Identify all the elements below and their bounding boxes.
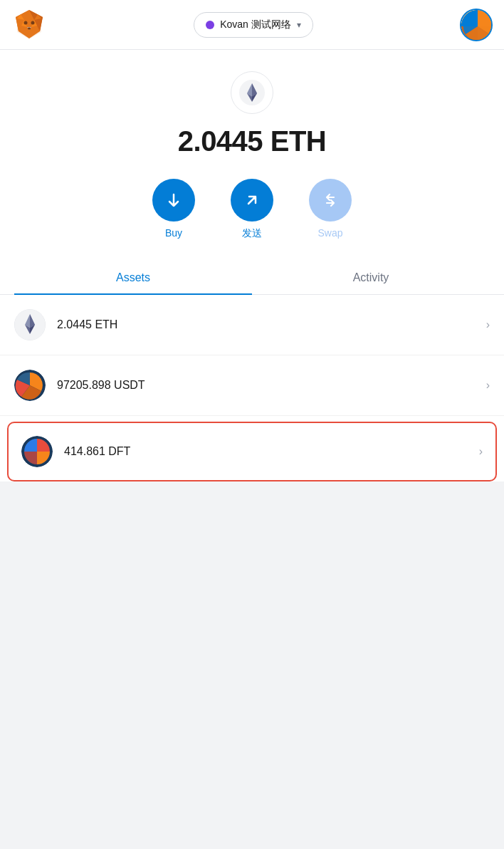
swap-button[interactable] <box>309 179 352 222</box>
network-name: Kovan 测试网络 <box>220 19 291 31</box>
metamask-logo <box>11 7 47 43</box>
asset-item-dft[interactable]: 414.861 DFT › <box>7 422 497 481</box>
svg-point-10 <box>31 21 35 24</box>
network-dot <box>206 21 214 29</box>
send-label: 发送 <box>242 227 262 240</box>
usdt-asset-info: 97205.898 USDT <box>57 379 486 392</box>
action-buttons: Buy 发送 Swap <box>14 179 490 240</box>
send-button[interactable] <box>231 179 273 222</box>
swap-button-wrapper[interactable]: Swap <box>309 179 352 240</box>
avatar-graphic <box>461 10 491 40</box>
tab-assets[interactable]: Assets <box>14 261 252 294</box>
tab-activity[interactable]: Activity <box>252 261 490 294</box>
chevron-right-icon: › <box>486 379 490 392</box>
usdt-asset-icon <box>14 370 46 401</box>
dft-asset-info: 414.861 DFT <box>64 445 479 458</box>
network-selector[interactable]: Kovan 测试网络 ▾ <box>194 12 313 38</box>
dft-balance: 414.861 DFT <box>64 445 130 457</box>
asset-item-eth[interactable]: 2.0445 ETH › <box>0 295 504 355</box>
svg-point-11 <box>28 27 31 29</box>
buy-button[interactable] <box>152 179 195 222</box>
account-avatar[interactable] <box>460 9 493 41</box>
eth-asset-icon <box>14 309 46 340</box>
eth-icon-container <box>14 71 490 114</box>
chevron-right-icon: › <box>486 318 490 331</box>
asset-list: 2.0445 ETH › 97205.898 USDT › 414.86 <box>0 295 504 481</box>
eth-logo <box>239 80 265 105</box>
balance-amount: 2.0445 ETH <box>14 125 490 157</box>
svg-point-9 <box>24 21 28 24</box>
eth-balance: 2.0445 ETH <box>57 318 117 330</box>
usdt-balance: 97205.898 USDT <box>57 379 145 391</box>
buy-label: Buy <box>165 227 182 239</box>
eth-icon-circle <box>231 71 273 114</box>
asset-item-usdt[interactable]: 97205.898 USDT › <box>0 355 504 416</box>
chevron-right-icon: › <box>479 445 483 458</box>
chevron-down-icon: ▾ <box>297 20 301 30</box>
buy-button-wrapper[interactable]: Buy <box>152 179 195 240</box>
eth-asset-info: 2.0445 ETH <box>57 318 486 331</box>
app-header: Kovan 测试网络 ▾ <box>0 0 504 50</box>
tab-bar: Assets Activity <box>0 261 504 295</box>
main-content: 2.0445 ETH Buy 发送 <box>0 50 504 295</box>
swap-label: Swap <box>317 227 342 239</box>
dft-asset-icon <box>21 436 53 467</box>
send-button-wrapper[interactable]: 发送 <box>231 179 273 240</box>
